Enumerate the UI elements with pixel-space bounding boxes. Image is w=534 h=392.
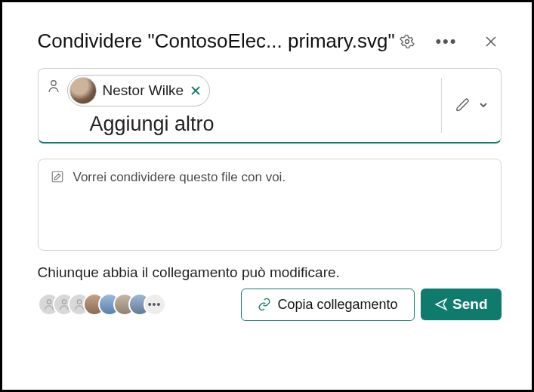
dialog-titlebar: Condividere "ContosoElec... primary.svg"… (38, 29, 502, 54)
close-button[interactable] (480, 31, 502, 52)
pencil-icon (455, 97, 471, 113)
recipients-field[interactable]: Nestor Wilke Aggiungi altro (38, 68, 502, 144)
contact-icon (48, 75, 60, 96)
svg-rect-6 (52, 171, 63, 182)
chevron-down-icon (478, 100, 489, 110)
svg-point-8 (62, 300, 66, 304)
vertical-divider (441, 78, 442, 133)
recipient-chip[interactable]: Nestor Wilke (67, 75, 211, 106)
copy-link-button[interactable]: Copia collegamento (241, 289, 415, 321)
share-dialog: Condividere "ContosoElec... primary.svg"… (18, 15, 517, 378)
remove-recipient-button[interactable] (190, 85, 202, 97)
settings-gear-icon[interactable] (400, 34, 415, 49)
close-icon (485, 35, 497, 48)
link-icon (258, 298, 271, 311)
compose-icon (51, 170, 64, 187)
permission-summary: Chiunque abbia il collegamento può modif… (38, 264, 502, 281)
svg-point-7 (47, 300, 51, 304)
send-label: Send (452, 296, 487, 313)
edit-permissions-button[interactable] (451, 93, 493, 117)
more-people-button[interactable]: ••• (144, 293, 166, 316)
svg-point-0 (405, 39, 409, 43)
people-with-access[interactable]: ••• (38, 293, 166, 316)
copy-link-label: Copia collegamento (277, 297, 397, 313)
avatar (69, 77, 97, 104)
send-button[interactable]: Send (421, 289, 501, 320)
svg-point-3 (51, 80, 55, 85)
svg-point-9 (77, 300, 81, 304)
message-text: Vorrei condividere questo file con voi. (73, 170, 286, 185)
more-options-button[interactable]: ••• (431, 29, 461, 54)
recipient-chip-name: Nestor Wilke (103, 82, 184, 99)
message-field[interactable]: Vorrei condividere questo file con voi. (38, 159, 502, 251)
send-icon (434, 298, 448, 311)
dialog-footer: Chiunque abbia il collegamento può modif… (38, 264, 502, 321)
add-more-placeholder[interactable]: Aggiungi altro (67, 113, 435, 136)
x-icon (190, 85, 202, 97)
dialog-title: Condividere "ContosoElec... primary.svg" (38, 29, 395, 53)
